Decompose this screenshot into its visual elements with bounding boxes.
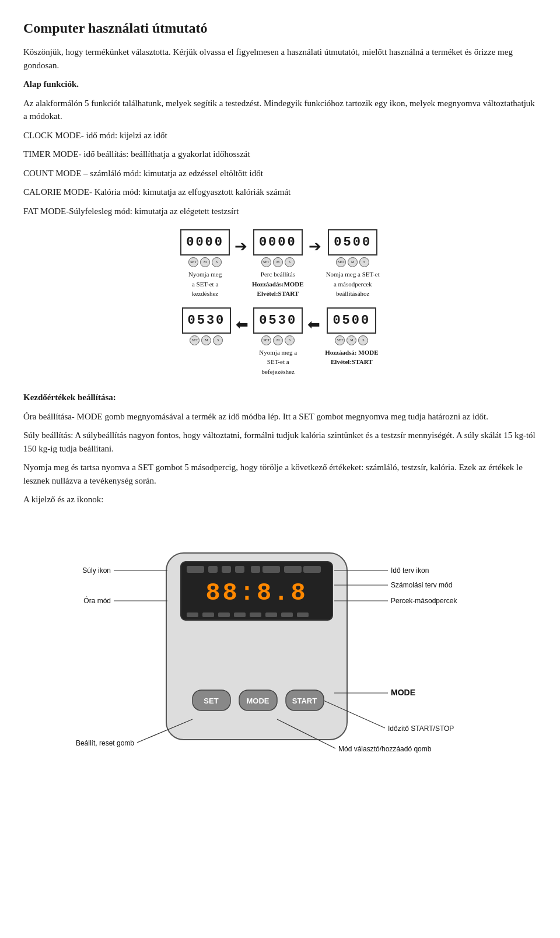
btn-mode-1[interactable]: M xyxy=(200,257,210,267)
buttons-5: SET M S xyxy=(261,335,295,345)
svg-text:Számolási terv mód: Számolási terv mód xyxy=(391,581,452,589)
modes-section: CLOCK MODE- idő mód: kijelzi az időt TIM… xyxy=(23,129,537,218)
buttons-6: SET M S xyxy=(335,335,368,345)
arrow-2: ➔ xyxy=(309,235,321,258)
flow-step-6: 0500 SET M S Hozzáadsá: MODEElvétel:STAR… xyxy=(325,307,378,367)
svg-rect-15 xyxy=(250,612,261,617)
arrow-left-1: ⬅ xyxy=(236,313,249,336)
caption-5: Nyomja meg aSET-et abefejezéshez xyxy=(259,348,297,377)
svg-rect-5 xyxy=(222,566,231,573)
btn-start-6[interactable]: S xyxy=(358,335,368,345)
btn-set-3[interactable]: SET xyxy=(336,257,346,267)
buttons-3: SET M S xyxy=(336,257,369,267)
svg-text:Mód választó/hozzáadó qomb: Mód választó/hozzáadó qomb xyxy=(338,745,432,753)
svg-rect-7 xyxy=(251,566,260,573)
btn-start-5[interactable]: S xyxy=(285,335,295,345)
display-6: 0500 xyxy=(327,307,376,334)
panel-diagram-container: 88:8.8 SET MODE START Súly ikon xyxy=(23,518,537,763)
flow-step-4: 0530 SET M S xyxy=(182,307,232,348)
svg-text:Idő terv ikon: Idő terv ikon xyxy=(391,566,429,575)
svg-rect-11 xyxy=(187,612,198,617)
svg-text:Időzítő START/STOP: Időzítő START/STOP xyxy=(388,724,454,733)
svg-text:MODE: MODE xyxy=(391,688,415,697)
svg-rect-18 xyxy=(297,612,309,617)
display-5: 0530 xyxy=(253,307,303,334)
btn-set-1[interactable]: SET xyxy=(188,257,198,267)
caption-2: Perc beállításHozzáadás:MODEElvétel:STAR… xyxy=(252,270,304,299)
svg-text:Beállít, reset gomb: Beállít, reset gomb xyxy=(76,739,134,747)
section1-text: Az alakformálón 5 funkciót találhatunk, … xyxy=(23,97,537,123)
svg-text:Óra mód: Óra mód xyxy=(83,596,111,605)
buttons-2: SET M S xyxy=(261,257,295,267)
arrow-left-2: ⬅ xyxy=(307,313,320,336)
section3-title: A kijelző és az ikonok: xyxy=(23,493,537,506)
mode-timer: TIMER MODE- idő beállítás: beállíthatja … xyxy=(23,148,537,161)
flow-diagram: 0000 SET M S Nyomja mega SET-et akezdésh… xyxy=(23,229,537,376)
svg-rect-9 xyxy=(284,566,302,573)
mode-count: COUNT MODE – számláló mód: kimutatja az … xyxy=(23,167,537,180)
btn-set-4[interactable]: SET xyxy=(190,335,200,345)
panel-svg: 88:8.8 SET MODE START Súly ikon xyxy=(61,518,499,763)
section2-set: Nyomja meg és tartsa nyomva a SET gombot… xyxy=(23,461,537,487)
svg-rect-17 xyxy=(281,612,293,617)
page-title: Computer használati útmutató xyxy=(23,18,537,38)
svg-rect-6 xyxy=(235,566,244,573)
btn-start-1[interactable]: S xyxy=(212,257,222,267)
section2-title: Kezdőértékek beállítása: xyxy=(23,391,537,404)
buttons-1: SET M S xyxy=(188,257,222,267)
display-3: 0500 xyxy=(328,229,377,256)
section1-title: Alap funkciók. xyxy=(23,78,537,91)
display-4: 0530 xyxy=(182,307,232,334)
mode-calorie: CALORIE MODE- Kalória mód: kimutatja az … xyxy=(23,186,537,199)
btn-set-5[interactable]: SET xyxy=(261,335,271,345)
svg-rect-4 xyxy=(208,566,218,573)
btn-start-2[interactable]: S xyxy=(285,257,295,267)
svg-text:Súly ikon: Súly ikon xyxy=(82,566,111,575)
svg-text:Percek-másodpercek: Percek-másodpercek xyxy=(391,597,457,605)
display-1: 0000 xyxy=(180,229,230,256)
arrow-1: ➔ xyxy=(235,235,247,258)
btn-mode-4[interactable]: M xyxy=(201,335,211,345)
svg-rect-3 xyxy=(187,566,204,573)
flow-step-1: 0000 SET M S Nyomja mega SET-et akezdésh… xyxy=(180,229,230,299)
btn-mode-6[interactable]: M xyxy=(346,335,356,345)
svg-rect-8 xyxy=(262,566,280,573)
btn-mode-5[interactable]: M xyxy=(273,335,283,345)
flow-step-2: 0000 SET M S Perc beállításHozzáadás:MOD… xyxy=(252,229,304,299)
svg-rect-12 xyxy=(202,612,214,617)
mode-clock: CLOCK MODE- idő mód: kijelzi az időt xyxy=(23,129,537,142)
svg-text:START: START xyxy=(292,696,317,705)
svg-text:SET: SET xyxy=(204,696,218,705)
btn-set-6[interactable]: SET xyxy=(335,335,345,345)
intro-text: Köszönjük, hogy termékünket választotta.… xyxy=(23,46,537,72)
flow-step-3: 0500 SET M S Nomja meg a SET-eta másodpe… xyxy=(326,229,380,299)
section2-ora: Óra beállítása- MODE gomb megnyomásával … xyxy=(23,410,537,424)
mode-fat: FAT MODE-Súlyfelesleg mód: kimutatja az … xyxy=(23,205,537,218)
caption-1: Nyomja mega SET-et akezdéshez xyxy=(188,270,222,299)
svg-rect-16 xyxy=(265,612,277,617)
btn-mode-3[interactable]: M xyxy=(348,257,358,267)
section2-suly: Súly beállítás: A súlybeállítás nagyon f… xyxy=(23,429,537,455)
btn-start-4[interactable]: S xyxy=(213,335,223,345)
svg-text:88:8.8: 88:8.8 xyxy=(205,579,307,607)
svg-text:MODE: MODE xyxy=(247,696,270,705)
svg-rect-13 xyxy=(218,612,230,617)
btn-start-3[interactable]: S xyxy=(359,257,369,267)
display-2: 0000 xyxy=(253,229,303,256)
caption-3: Nomja meg a SET-eta másodpercekbeállítás… xyxy=(326,270,380,299)
svg-rect-10 xyxy=(303,566,321,573)
svg-rect-14 xyxy=(234,612,246,617)
caption-6: Hozzáadsá: MODEElvétel:START xyxy=(325,348,378,367)
flow-step-5: 0530 SET M S Nyomja meg aSET-et abefejez… xyxy=(253,307,303,377)
btn-mode-2[interactable]: M xyxy=(273,257,283,267)
btn-set-2[interactable]: SET xyxy=(261,257,271,267)
buttons-4: SET M S xyxy=(190,335,223,345)
